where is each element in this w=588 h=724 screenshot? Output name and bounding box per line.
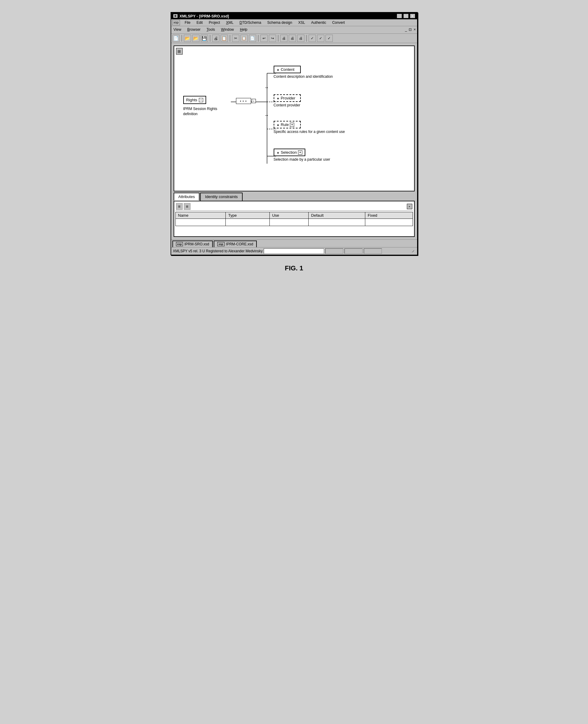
toolbar-copy[interactable]: 📋 [240,35,248,42]
schema-diagram: Rights − IPRM Session Rights definition … [177,49,411,188]
menu-bar-row1: xsp File Edit Project XML DTD/Schema Sch… [171,19,417,26]
menu-help[interactable]: Help [239,27,249,32]
title-bar-controls: _ □ × [397,14,415,18]
tab-toolbar-left: ≡ ≡ [176,203,190,210]
tab-attributes[interactable]: Attributes [174,193,200,201]
rights-box: Rights − [183,96,207,104]
menu-xml[interactable]: XML [225,20,235,25]
toolbar-check2[interactable]: 🖨 [289,35,296,42]
cell-name[interactable] [175,219,226,226]
content-desc: Content description and identification [274,74,333,79]
provider-desc: Content provider [274,103,301,108]
status-bar: XMLSPY v5 rel. 3 U Registered to Alexand… [171,247,417,255]
toolbar-sep5 [278,35,278,42]
app-badge: ⊗ [173,14,178,18]
toolbar-check3[interactable]: 🖨 [297,35,304,42]
toolbar-sep4 [258,35,258,42]
minimize-button[interactable]: _ [397,14,402,18]
schema-view: ⊞ [174,45,415,191]
close-tab-button[interactable]: × [407,204,412,209]
maximize-button[interactable]: □ [403,14,409,18]
menu-view[interactable]: View [172,27,183,32]
rule-box[interactable]: ▲ Rule + [274,121,301,128]
menu-tools[interactable]: Tools [205,27,216,32]
rights-desc: IPRM Session Rights definition [183,106,230,117]
toolbar-undo[interactable]: ↩ [260,35,268,42]
content-box[interactable]: ▲ Content [274,66,301,73]
toolbar-paste[interactable]: 📄 [249,35,256,42]
menu-dtd[interactable]: DTD/Schema [238,20,262,25]
menu-convert[interactable]: Convert [331,20,346,25]
menu-xsl[interactable]: XSL [297,20,306,25]
rights-section: Rights − IPRM Session Rights definition [183,96,230,117]
selection-expand-btn[interactable]: + [298,150,302,154]
toolbar-new[interactable]: 📄 [172,35,180,42]
sequence-connector: • • • − [236,98,256,104]
menu-minimize-icon[interactable]: _ [405,27,407,32]
toolbar-print[interactable]: 🖨 [212,35,219,42]
menu-window[interactable]: Window [220,27,235,32]
cell-type[interactable] [226,219,270,226]
toolbar: 📄 📂 📂 💾 🖨 📋 ✂ 📋 📄 ↩ ↪ 🖨 🖨 🖨 ✓ ✓ ✓ [171,34,417,43]
add-attr-button2[interactable]: ≡ [184,203,190,210]
toolbar-sep2 [210,35,210,42]
core-label: IPRM-CORE.xsd [226,242,253,246]
main-window: ⊗ XMLSPY - [IPRM-SRO.xsd] _ □ × xsp File… [171,12,418,255]
cell-fixed[interactable] [365,219,413,226]
cell-default[interactable] [309,219,365,226]
menu-edit[interactable]: Edit [195,20,204,25]
toolbar-open2[interactable]: 📂 [192,35,200,42]
add-attr-button[interactable]: ≡ [176,203,183,210]
col-default: Default [309,212,365,219]
figure-caption: FIG. 1 [285,264,303,272]
sro-label: IPRM-SRO.xsd [185,242,209,246]
rule-label: Rule [280,122,289,127]
window-title: XMLSPY - [IPRM-SRO.xsd] [180,14,229,18]
tab-identity-label: Identity constraints [205,194,237,199]
toolbar-validate1[interactable]: ✓ [309,35,316,42]
provider-box[interactable]: ▲ Provider [274,94,301,102]
tabs-section: Attributes Identity constraints ≡ ≡ × [174,193,415,237]
menu-schema-design[interactable]: Schema design [266,20,294,25]
menu-badge: xsp [172,20,180,25]
toolbar-print2[interactable]: 📋 [220,35,228,42]
col-type: Type [226,212,270,219]
col-use: Use [269,212,308,219]
bottom-tab-core[interactable]: xsp IPRM-CORE.xsd [214,241,257,247]
bottom-tab-sro[interactable]: xsp IPRM-SRO.xsd [172,241,213,247]
tab-identity-constraints[interactable]: Identity constraints [200,193,242,201]
rule-expand-btn[interactable]: + [290,123,294,127]
status-text: XMLSPY v5 rel. 3 U Registered to Alexand… [173,249,263,253]
sequence-symbol: • • • [236,98,251,104]
main-content: ⊞ [171,43,417,239]
rights-minus-btn[interactable]: − [199,98,203,102]
resize-grip[interactable]: ⟋ [411,249,415,253]
rule-icon: ▲ [277,123,280,126]
toolbar-check1[interactable]: 🖨 [280,35,288,42]
menu-restore-icon[interactable]: ⊡ [409,27,412,32]
menu-authentic[interactable]: Authentic [310,20,327,25]
menu-close-icon[interactable]: × [414,27,416,32]
close-button[interactable]: × [410,14,415,18]
cell-use[interactable] [269,219,308,226]
selection-desc: Selection made by a particular user [274,157,330,162]
menu-file[interactable]: File [184,20,192,25]
toolbar-validate3[interactable]: ✓ [326,35,333,42]
status-input[interactable] [264,248,324,254]
sequence-minus[interactable]: − [252,99,256,103]
core-badge: xsp [217,242,225,246]
toolbar-sep1 [182,35,182,42]
menu-project[interactable]: Project [208,20,221,25]
tab-content: ≡ ≡ × Name Type Use Default Fixed [174,201,415,237]
toolbar-validate2[interactable]: ✓ [317,35,324,42]
toolbar-save[interactable]: 💾 [201,35,208,42]
toolbar-sep3 [230,35,230,42]
toolbar-redo[interactable]: ↪ [269,35,276,42]
toolbar-open[interactable]: 📂 [184,35,191,42]
col-fixed: Fixed [365,212,413,219]
toolbar-cut[interactable]: ✂ [232,35,239,42]
menu-browser[interactable]: Browser [186,27,202,32]
selection-box[interactable]: ▲ Selection + [274,149,305,156]
status-box-2 [344,248,362,254]
attributes-table: Name Type Use Default Fixed [175,212,413,226]
